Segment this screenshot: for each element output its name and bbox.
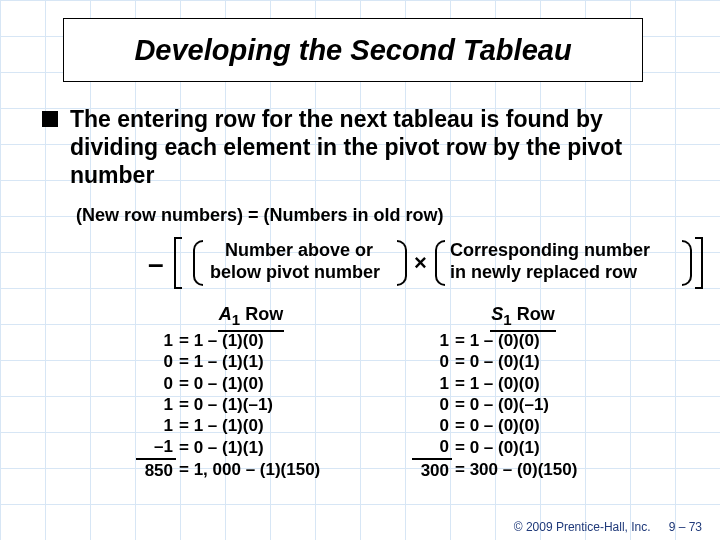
result-cell: 850: [136, 459, 176, 481]
calc-cell: = 1, 000 – (1)(150): [176, 459, 371, 481]
column-s-header: S1 Row: [490, 304, 556, 332]
slide: Developing the Second Tableau The enteri…: [0, 0, 720, 540]
result-cell: 0: [136, 373, 176, 394]
page-number: 9 – 73: [669, 520, 702, 534]
calc-cell: = 1 – (0)(0): [452, 330, 647, 351]
result-cell: 1: [136, 330, 176, 351]
bullet-text: The entering row for the next tableau is…: [70, 105, 684, 189]
result-cell: 0: [412, 394, 452, 415]
calc-cell: = 300 – (0)(150): [452, 459, 647, 481]
result-cell: 300: [412, 459, 452, 481]
fragment-b-line2: in newly replaced row: [450, 262, 637, 283]
result-cell: 1: [136, 415, 176, 436]
fragment-a-line1: Number above or: [225, 240, 373, 261]
formula-line-2: – × Number above or below pivot number C…: [0, 234, 720, 294]
column-a-header: A1 Row: [218, 304, 284, 332]
calc-cell: = 1 – (1)(0): [176, 330, 371, 351]
right-paren-icon: [397, 240, 407, 286]
left-paren-icon: [193, 240, 203, 286]
table-s: 1= 1 – (0)(0)0= 0 – (0)(1)1= 1 – (0)(0)0…: [412, 330, 647, 481]
times-sign: ×: [414, 250, 427, 276]
copyright-text: © 2009 Prentice-Hall, Inc.: [514, 520, 651, 534]
calc-cell: = 0 – (0)(0): [452, 415, 647, 436]
calc-cell: = 0 – (1)(1): [176, 436, 371, 458]
minus-sign: –: [148, 248, 164, 280]
table-a: 1= 1 – (1)(0)0= 1 – (1)(1)0= 0 – (1)(0)1…: [136, 330, 371, 481]
calc-cell: = 1 – (1)(1): [176, 351, 371, 372]
table-row: 850= 1, 000 – (1)(150): [136, 459, 371, 481]
table-row: –1= 0 – (1)(1): [136, 436, 371, 458]
formula-line-1: (New row numbers) = (Numbers in old row): [76, 205, 444, 226]
table-row: 1= 1 – (1)(0): [136, 330, 371, 351]
table-row: 0= 0 – (0)(–1): [412, 394, 647, 415]
fragment-b-line1: Corresponding number: [450, 240, 650, 261]
calc-cell: = 1 – (0)(0): [452, 373, 647, 394]
right-paren-icon: [682, 240, 692, 286]
calc-cell: = 0 – (0)(–1): [452, 394, 647, 415]
calc-cell: = 0 – (1)(0): [176, 373, 371, 394]
result-cell: 0: [136, 351, 176, 372]
title-box: Developing the Second Tableau: [63, 18, 643, 82]
table-row: 1= 1 – (0)(0): [412, 330, 647, 351]
result-cell: –1: [136, 436, 176, 458]
left-bracket-icon: [174, 237, 182, 289]
table-row: 0= 0 – (1)(0): [136, 373, 371, 394]
result-cell: 0: [412, 351, 452, 372]
result-cell: 0: [412, 415, 452, 436]
table-row: 300= 300 – (0)(150): [412, 459, 647, 481]
calc-cell: = 1 – (1)(0): [176, 415, 371, 436]
calc-cell: = 0 – (1)(–1): [176, 394, 371, 415]
result-cell: 1: [136, 394, 176, 415]
result-cell: 1: [412, 373, 452, 394]
table-row: 0= 0 – (0)(1): [412, 436, 647, 458]
table-row: 1= 0 – (1)(–1): [136, 394, 371, 415]
footer: © 2009 Prentice-Hall, Inc. 9 – 73: [0, 520, 720, 534]
square-bullet-icon: [42, 111, 58, 127]
table-row: 1= 1 – (0)(0): [412, 373, 647, 394]
right-bracket-icon: [695, 237, 703, 289]
table-row: 0= 0 – (0)(1): [412, 351, 647, 372]
left-paren-icon: [435, 240, 445, 286]
fragment-a-line2: below pivot number: [210, 262, 380, 283]
result-cell: 1: [412, 330, 452, 351]
bullet-block: The entering row for the next tableau is…: [42, 105, 684, 189]
table-row: 1= 1 – (1)(0): [136, 415, 371, 436]
calc-cell: = 0 – (0)(1): [452, 351, 647, 372]
table-row: 0= 1 – (1)(1): [136, 351, 371, 372]
result-cell: 0: [412, 436, 452, 458]
calc-cell: = 0 – (0)(1): [452, 436, 647, 458]
page-title: Developing the Second Tableau: [134, 34, 571, 67]
table-row: 0= 0 – (0)(0): [412, 415, 647, 436]
